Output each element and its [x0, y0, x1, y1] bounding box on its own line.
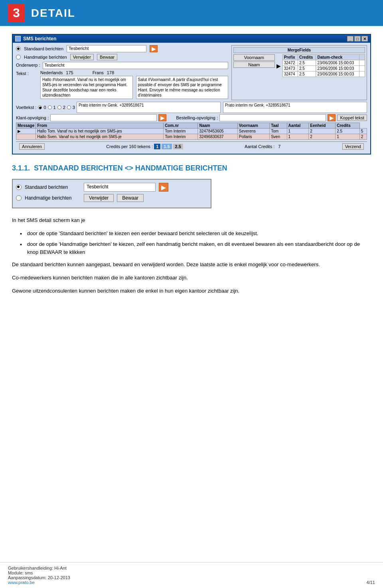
- merge-fields-panel: MergeFields Voornaam Naam ▶: [231, 45, 367, 100]
- msg-col-message: Message: [16, 123, 36, 129]
- voettekst-inputs: Prato interim nv Genk. +3289518671 Prato…: [77, 102, 367, 113]
- annuleren-btn[interactable]: Annuleren: [19, 143, 45, 150]
- badge-1: 1: [154, 144, 160, 149]
- voettekst-radio-1[interactable]: [48, 105, 52, 109]
- onderwerp-label: Onderwerp :: [16, 62, 40, 67]
- close-btn[interactable]: ✕: [361, 36, 368, 42]
- merge-title: MergeFields: [233, 47, 365, 53]
- voornaam-btn[interactable]: Voornaam: [233, 54, 275, 61]
- voettekst-nl-input[interactable]: Prato interim nv Genk. +3289518671: [77, 102, 221, 113]
- small-radio-row-1: Standaard berichten Tesbericht ▶: [16, 183, 207, 192]
- naam-btn[interactable]: Naam: [233, 61, 275, 68]
- tekst-nl-area[interactable]: Hallo #Voornaam#. Vanaf nu is het mogeli…: [40, 76, 133, 99]
- radio-row-1: Standaard berichten Tesbericht ▶: [16, 45, 228, 52]
- main-content: SMS berichten _ □ ✕ Standaard berichten: [0, 26, 383, 308]
- bericht-arrow-btn[interactable]: ▶: [150, 45, 158, 52]
- naam-btn-row: Naam: [233, 61, 275, 68]
- footer-line-2: Module: sms: [8, 570, 375, 575]
- radio-handmatig[interactable]: [16, 55, 21, 59]
- sms-titlebar: SMS berichten _ □ ✕: [13, 35, 370, 43]
- aantal-credits-val: 7: [278, 144, 280, 149]
- radio-row-2: Handmatige berichten Verwijder Bewaar: [16, 54, 228, 60]
- sms-window: SMS berichten _ □ ✕ Standaard berichten: [12, 34, 371, 154]
- bestelling-arrow-btn[interactable]: ▶: [328, 114, 336, 121]
- msg-col-com.nr: Com.nr: [164, 123, 198, 129]
- bericht-select[interactable]: Tesbericht: [67, 45, 146, 52]
- small-arrow-btn[interactable]: ▶: [159, 183, 168, 192]
- maximize-btn[interactable]: □: [354, 36, 361, 42]
- credits-label: Credits per 160 tekens :: [106, 144, 153, 149]
- merge-row: 324742.523/06/2006 15:00:03: [282, 71, 365, 77]
- small-radio-handmatig[interactable]: [16, 195, 22, 201]
- body-intro: In het SMS detail scherm kan je: [12, 216, 371, 225]
- lang-nl-num: 175: [66, 70, 73, 75]
- badge-1-5: 1.5: [162, 144, 172, 149]
- klant-arrow-btn[interactable]: ▶: [158, 114, 166, 121]
- msg-col-naam: Naam: [198, 123, 237, 129]
- klant-label: Klant-opvolging :: [16, 115, 49, 120]
- small-verwijder-btn[interactable]: Verwijder: [84, 194, 114, 202]
- para-1: De standaard berichten kunnen aangepast,…: [12, 261, 371, 269]
- small-bewaar-btn[interactable]: Bewaar: [117, 194, 144, 202]
- para-3: Gewone uitzendconsulenten kunnen bericht…: [12, 287, 371, 295]
- voettekst-0: 0: [43, 105, 46, 110]
- onderwerp-input[interactable]: Tesbericht: [43, 62, 228, 69]
- lang-fr: Frans: [93, 70, 104, 75]
- small-radio-standaard[interactable]: [16, 184, 22, 190]
- voettekst-radio-2[interactable]: [57, 105, 61, 109]
- merge-col-datum: Datum-check: [316, 55, 359, 60]
- small-screenshot: Standaard berichten Tesbericht ▶ Handmat…: [12, 179, 211, 208]
- voettekst-radio-0[interactable]: [38, 105, 42, 109]
- merge-buttons-col: Voornaam Naam: [233, 54, 275, 68]
- bewaar-btn[interactable]: Bewaar: [97, 54, 117, 60]
- page-footer: Gebruikershandleiding: Hi-Ant Module: sm…: [0, 562, 383, 588]
- tekst-label: Tekst :: [16, 70, 38, 76]
- klant-input[interactable]: [50, 114, 157, 121]
- voornaam-btn-row: Voornaam: [233, 54, 275, 61]
- merge-arrow-icon: ▶: [276, 63, 281, 69]
- voettekst-2: 2: [63, 105, 65, 110]
- section-heading: 3.1.1. STANDAARD BERICHTEN <> HANDMATIGE…: [12, 164, 371, 172]
- voettekst-label: Voettekst :: [16, 105, 36, 110]
- small-radio-standaard-label: Standaard berichten: [25, 184, 81, 190]
- bullet-list: door de optie 'Standaard berichten' te k…: [12, 230, 371, 256]
- sms-app-icon: [15, 36, 21, 42]
- koppel-btn[interactable]: Koppel tekst: [337, 115, 367, 121]
- win-controls[interactable]: _ □ ✕: [347, 36, 368, 42]
- radio-handmatig-label: Handmatige berichten: [24, 55, 67, 59]
- para-2: Co-medewerkers kunnen berichten maken di…: [12, 274, 371, 282]
- merge-content: Voornaam Naam ▶ Prefix: [233, 54, 365, 77]
- row-arrow: ▶: [16, 129, 36, 134]
- msg-col-credits: Credits: [336, 123, 359, 129]
- verwijder-btn[interactable]: Verwijder: [70, 54, 94, 60]
- footer-line-1: Gebruikershandleiding: Hi-Ant: [8, 566, 375, 570]
- bullet-2: door de optie 'Handmatige berichten' te …: [20, 240, 371, 256]
- merge-col-credits: Credits: [298, 55, 316, 60]
- sms-body: Standaard berichten Tesbericht ▶ Handmat…: [13, 43, 370, 154]
- footer-line-3: Aanpassingsdatum: 20-12-2013: [8, 575, 375, 580]
- tekst-content: Nederlands 175 Frans 178 Hallo #Voornaam…: [40, 70, 228, 99]
- msg-col-taal: Taal: [270, 123, 287, 129]
- merge-col-prefix: Prefix: [282, 55, 298, 60]
- section-num: 3.1.1.: [12, 164, 30, 172]
- footer-page: 4/11: [367, 580, 375, 585]
- footer-link[interactable]: www.prato.be: [8, 580, 35, 585]
- lang-fr-num: 178: [107, 70, 114, 75]
- badge-2-5: 2.5: [173, 144, 183, 149]
- merge-row: 324732.523/06/2006 15:00:03: [282, 66, 365, 71]
- radio-standaard[interactable]: [16, 46, 21, 51]
- section-title: STANDAARD BERICHTEN <> HANDMATIGE BERICH…: [34, 164, 227, 172]
- chapter-title: DETAIL: [31, 7, 75, 20]
- left-panel: Standaard berichten Tesbericht ▶ Handmat…: [16, 45, 228, 100]
- bestelling-input[interactable]: [219, 114, 326, 121]
- verzend-btn[interactable]: Verzend: [342, 143, 364, 150]
- voettekst-fr-input[interactable]: Prato interim nv Genk. +3289518671: [223, 102, 367, 113]
- tekst-fr-area[interactable]: Salut #Voornaam#. A partir d'aujourd'hui…: [136, 76, 229, 99]
- voettekst-3: 3: [73, 105, 75, 110]
- small-bericht-input[interactable]: Tesbericht: [84, 183, 156, 192]
- voettekst-radio-3[interactable]: [67, 105, 71, 109]
- merge-col-scroll: [359, 55, 365, 60]
- voettekst-row: Voettekst : 0 1 2 3 Prato interim nv Gen…: [16, 102, 367, 113]
- merge-table-container: Prefix Credits Datum-check 324722.523/06…: [282, 54, 365, 77]
- minimize-btn[interactable]: _: [347, 36, 353, 42]
